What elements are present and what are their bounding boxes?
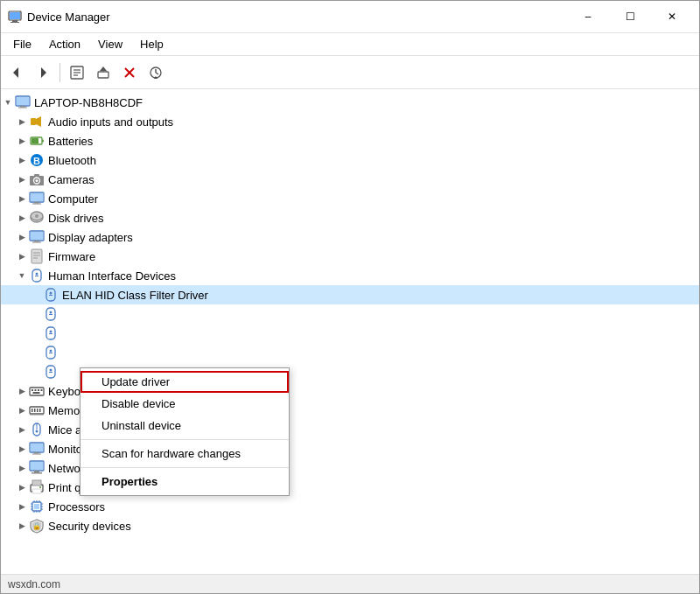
- disk-toggle[interactable]: ▶: [15, 211, 29, 225]
- ctx-scan[interactable]: Scan for hardware changes: [80, 443, 289, 465]
- ctx-update-driver[interactable]: Update driver: [80, 371, 289, 393]
- tree-item-display[interactable]: ▶ Display adapters: [1, 227, 699, 247]
- processors-toggle[interactable]: ▶: [15, 500, 29, 514]
- computer-toggle[interactable]: ▶: [15, 192, 29, 206]
- tree-item-security[interactable]: ▶ 🔒 Security devices: [1, 516, 699, 535]
- cameras-toggle[interactable]: ▶: [15, 172, 29, 186]
- computer-icon2: [29, 191, 45, 206]
- content-area: ▼ LAPTOP-NB8H8CDF ▶: [1, 89, 699, 574]
- svg-rect-91: [32, 489, 41, 493]
- svg-text:B: B: [33, 156, 40, 166]
- svg-rect-62: [49, 353, 52, 353]
- tree-item-computer[interactable]: ▶ Computer: [1, 189, 699, 208]
- tree-item-disk[interactable]: ▶ Disk drives: [1, 208, 699, 227]
- update-driver-button[interactable]: [91, 60, 116, 85]
- device-tree[interactable]: ▼ LAPTOP-NB8H8CDF ▶: [1, 89, 699, 574]
- security-icon: 🔒: [29, 518, 45, 534]
- svg-rect-26: [42, 140, 44, 143]
- tree-item-processors[interactable]: ▶: [1, 497, 699, 516]
- svg-rect-44: [32, 249, 42, 263]
- tree-item-hid3[interactable]: ▶: [1, 324, 699, 343]
- close-button[interactable]: ✕: [652, 3, 692, 30]
- cameras-icon: [29, 171, 45, 187]
- bluetooth-label: Bluetooth: [48, 154, 96, 167]
- tree-root[interactable]: ▼ LAPTOP-NB8H8CDF: [1, 93, 699, 112]
- firmware-toggle[interactable]: ▶: [15, 249, 29, 263]
- batteries-label: Batteries: [48, 135, 93, 148]
- firmware-icon: [29, 248, 45, 264]
- scan-button[interactable]: [144, 60, 168, 85]
- svg-rect-86: [31, 462, 43, 470]
- device-manager-window: Device Manager – ☐ ✕ File Action View He…: [0, 0, 700, 594]
- batteries-toggle[interactable]: ▶: [15, 134, 29, 148]
- svg-point-31: [36, 179, 38, 182]
- svg-rect-59: [49, 333, 52, 334]
- tree-item-firmware[interactable]: ▶ Firmware: [1, 247, 699, 266]
- menu-help[interactable]: Help: [131, 35, 172, 54]
- minimize-button[interactable]: –: [568, 3, 608, 30]
- ctx-properties[interactable]: Properties: [80, 471, 289, 493]
- svg-rect-35: [34, 202, 39, 204]
- hid-label: Human Interface Devices: [48, 269, 176, 283]
- bluetooth-toggle[interactable]: ▶: [15, 153, 29, 167]
- menu-file[interactable]: File: [4, 35, 40, 54]
- svg-marker-11: [100, 66, 107, 71]
- memory-icon: [29, 402, 45, 418]
- hid4-icon: [43, 345, 59, 360]
- ctx-sep1: [80, 439, 289, 440]
- menu-action[interactable]: Action: [40, 35, 89, 54]
- print-toggle[interactable]: ▶: [15, 480, 29, 494]
- svg-rect-34: [31, 193, 43, 201]
- tree-item-hid4[interactable]: ▶: [1, 343, 699, 362]
- keyboards-toggle[interactable]: ▶: [15, 384, 29, 398]
- svg-rect-56: [49, 314, 52, 315]
- menu-view[interactable]: View: [89, 35, 131, 54]
- svg-rect-41: [31, 232, 43, 240]
- display-toggle[interactable]: ▶: [15, 230, 29, 244]
- svg-rect-69: [38, 389, 39, 391]
- hid-toggle[interactable]: ▼: [15, 269, 29, 283]
- root-label: LAPTOP-NB8H8CDF: [34, 96, 143, 109]
- monitors-toggle[interactable]: ▶: [15, 442, 29, 456]
- tree-item-hid[interactable]: ▼ Human Interface Devices: [1, 266, 699, 285]
- svg-rect-77: [30, 414, 44, 416]
- uninstall-button[interactable]: [117, 60, 142, 85]
- disk-icon: [29, 210, 45, 226]
- computer-icon: [15, 94, 31, 110]
- forward-button[interactable]: [31, 60, 55, 85]
- menu-bar: File Action View Help: [1, 33, 699, 56]
- maximize-button[interactable]: ☐: [610, 3, 650, 30]
- tree-item-audio[interactable]: ▶ Audio inputs and outputs: [1, 112, 699, 131]
- network-toggle[interactable]: ▶: [15, 461, 29, 475]
- tree-item-hid2[interactable]: ▶: [1, 304, 699, 324]
- hid5-icon: [43, 364, 59, 380]
- svg-point-92: [39, 486, 41, 488]
- window-controls: – ☐ ✕: [568, 3, 692, 30]
- svg-point-49: [36, 273, 38, 276]
- svg-rect-87: [34, 471, 39, 472]
- root-toggle[interactable]: ▼: [1, 95, 15, 109]
- svg-rect-2: [10, 22, 19, 23]
- svg-point-52: [50, 292, 52, 295]
- keyboards-icon: [29, 383, 45, 399]
- svg-point-61: [50, 350, 52, 353]
- audio-toggle[interactable]: ▶: [15, 115, 29, 129]
- mice-toggle[interactable]: ▶: [15, 423, 29, 437]
- tree-item-elan[interactable]: ▶ ELAN HID Class Filter Driver: [1, 285, 699, 304]
- security-toggle[interactable]: ▶: [15, 519, 29, 533]
- context-menu: Update driver Disable device Uninstall d…: [80, 367, 290, 496]
- window-title: Device Manager: [27, 10, 568, 24]
- svg-rect-84: [32, 454, 41, 455]
- memory-toggle[interactable]: ▶: [15, 403, 29, 417]
- properties-button[interactable]: [65, 60, 89, 85]
- back-button[interactable]: [4, 60, 29, 85]
- svg-point-64: [50, 369, 52, 372]
- ctx-disable-device[interactable]: Disable device: [80, 393, 289, 415]
- ctx-uninstall-device[interactable]: Uninstall device: [80, 415, 289, 437]
- computer-label: Computer: [48, 192, 98, 206]
- tree-item-batteries[interactable]: ▶ Batteries: [1, 131, 699, 150]
- svg-marker-5: [41, 67, 46, 78]
- ctx-sep2: [80, 467, 289, 468]
- tree-item-bluetooth[interactable]: ▶ B Bluetooth: [1, 150, 699, 170]
- tree-item-cameras[interactable]: ▶ Cameras: [1, 170, 699, 189]
